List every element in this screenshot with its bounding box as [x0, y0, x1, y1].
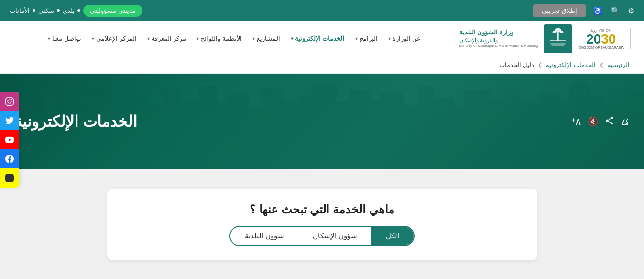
- chevron-down-icon: ▾: [252, 36, 255, 41]
- filter-tab-all[interactable]: الكل: [371, 227, 414, 245]
- nav-projects[interactable]: المشاريع ▾: [248, 31, 285, 46]
- sakani-link[interactable]: سكني: [38, 7, 54, 14]
- font-size-icon[interactable]: A+: [572, 116, 581, 127]
- print-icon[interactable]: 🖨: [621, 117, 630, 127]
- audio-mute-icon[interactable]: 🔇: [588, 116, 598, 127]
- amanat-link[interactable]: الأمانات: [10, 7, 30, 14]
- madinity-button[interactable]: مدينتي مسؤوليتي: [83, 5, 142, 17]
- hero-title: الخدمات الإلكترونية: [14, 112, 137, 131]
- chevron-down-icon: ▾: [147, 36, 150, 41]
- social-facebook[interactable]: [0, 149, 19, 168]
- hero-section: 🖨 🔇 A+ الخدمات الإلكترونية: [0, 74, 644, 169]
- chevron-down-icon: ▾: [355, 36, 358, 41]
- nav-media[interactable]: المركز الإعلامي ▾: [87, 31, 142, 46]
- main-content: ماهي الخدمة التي تبحث عنها ؟ الكل شؤون ا…: [0, 169, 644, 279]
- breadcrumb: الرئيسية ❯ الخدمات الإلكترونية ❯ دليل ال…: [0, 56, 644, 74]
- svg-marker-6: [550, 43, 566, 46]
- nav-about[interactable]: عن الوزارة ▾: [383, 31, 426, 46]
- top-bar-left: ⚙ 🔍 ♿ إطلاق تجريبي: [533, 4, 634, 17]
- nav-links: عن الوزارة ▾ البرامج ▾ الخدمات الإلكترون…: [10, 31, 459, 46]
- breadcrumb-eservices[interactable]: الخدمات الإلكترونية: [546, 61, 596, 68]
- social-snapchat[interactable]: [0, 168, 19, 188]
- search-title: ماهي الخدمة التي تبحث عنها ؟: [117, 203, 528, 216]
- nav-contact[interactable]: تواصل معنا ▾: [43, 31, 86, 46]
- dot-separator-3: [33, 9, 35, 12]
- baladi-link[interactable]: بلدي: [63, 7, 75, 14]
- chevron-down-icon: ▾: [92, 36, 94, 41]
- hero-content: 🖨 🔇 A+ الخدمات الإلكترونية: [0, 112, 644, 131]
- dot-separator: [77, 9, 80, 12]
- ministry-emblem: [544, 24, 572, 53]
- nav-eservices[interactable]: الخدمات الإلكترونية ▾: [286, 31, 349, 46]
- search-icon[interactable]: 🔍: [611, 6, 620, 15]
- svg-rect-5: [550, 40, 566, 41]
- top-bar: ⚙ 🔍 ♿ إطلاق تجريبي مدينتي مسؤوليتي بلدي …: [0, 0, 644, 21]
- vision-2030: 2030: [586, 33, 616, 46]
- trial-button[interactable]: إطلاق تجريبي: [533, 4, 586, 17]
- settings-icon[interactable]: ⚙: [628, 6, 634, 15]
- breadcrumb-current: دليل الخدمات: [499, 61, 535, 68]
- filter-tab-housing[interactable]: شؤون الإسكان: [298, 227, 371, 245]
- ministry-name: وزارة الشؤون البلدية والقروية والإسكان M…: [459, 29, 538, 49]
- share-icon[interactable]: [605, 116, 614, 128]
- social-instagram[interactable]: [0, 92, 19, 111]
- chevron-down-icon: ▾: [48, 36, 50, 41]
- nav-systems[interactable]: الأنظمة واللوائح ▾: [192, 31, 247, 46]
- breadcrumb-home[interactable]: الرئيسية: [608, 61, 630, 68]
- breadcrumb-sep-2: ❯: [538, 62, 542, 68]
- nav-programs[interactable]: البرامج ▾: [350, 31, 382, 46]
- navbar: VISION رؤية 2030 KINGDOM OF SAUDI ARABIA…: [0, 21, 644, 56]
- nav-knowledge[interactable]: مركز المعرفة ▾: [142, 31, 191, 46]
- chevron-down-icon: ▾: [291, 36, 293, 41]
- top-bar-right: مدينتي مسؤوليتي بلدي سكني الأمانات: [10, 5, 142, 17]
- filter-tabs: الكل شؤون الإسكان شؤون البلدية: [229, 226, 415, 246]
- search-section: ماهي الخدمة التي تبحث عنها ؟ الكل شؤون ا…: [107, 189, 537, 260]
- chevron-down-icon: ▾: [196, 36, 199, 41]
- breadcrumb-sep-1: ❯: [600, 62, 604, 68]
- filter-tab-municipal[interactable]: شؤون البلدية: [230, 227, 298, 245]
- dot-separator-2: [57, 9, 60, 12]
- vision-logo: VISION رؤية 2030 KINGDOM OF SAUDI ARABIA: [578, 28, 631, 49]
- hero-toolbar: 🖨 🔇 A+: [572, 116, 630, 128]
- social-sidebar: [0, 92, 19, 188]
- social-twitter[interactable]: [0, 111, 19, 130]
- social-youtube[interactable]: [0, 130, 19, 149]
- navbar-logo: VISION رؤية 2030 KINGDOM OF SAUDI ARABIA…: [459, 24, 635, 53]
- accessibility-icon[interactable]: ♿: [593, 6, 603, 15]
- chevron-down-icon: ▾: [388, 36, 391, 41]
- vision-country: KINGDOM OF SAUDI ARABIA: [578, 46, 624, 49]
